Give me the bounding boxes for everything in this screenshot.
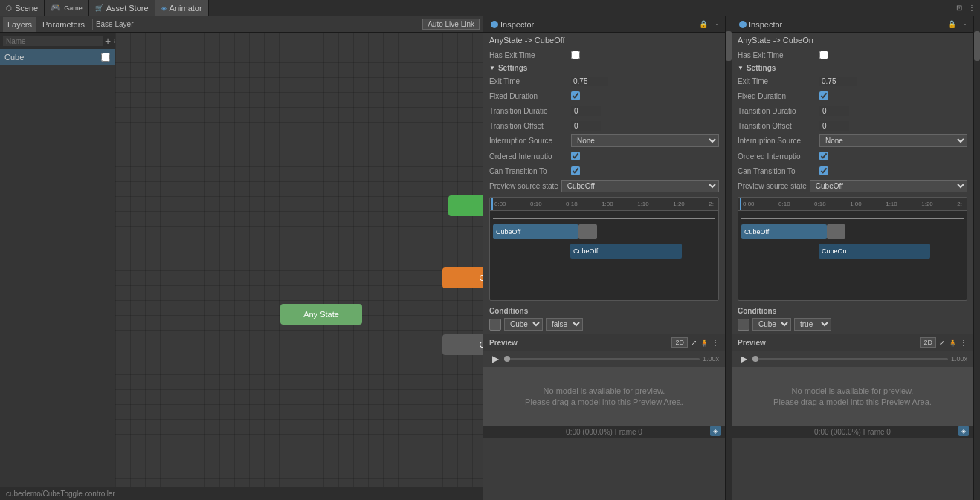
layer-item-cube[interactable]: Cube bbox=[0, 49, 115, 65]
inspector1-condition-minus[interactable]: - bbox=[489, 319, 501, 331]
inspector1-tab[interactable]: Inspector bbox=[486, 16, 538, 33]
inspector1-timeline-ruler: 0:00 0:10 0:18 1:00 1:10 1:20 2: bbox=[490, 198, 718, 211]
auto-live-button[interactable]: Auto Live Link bbox=[422, 19, 480, 30]
main-layout: Layers Parameters Base Layer Auto Live L… bbox=[0, 16, 980, 500]
preview-more-icon[interactable]: ⋮ bbox=[712, 339, 719, 347]
inspector1-playbar[interactable] bbox=[504, 358, 700, 360]
inspector2-trans-offset-input[interactable] bbox=[819, 121, 849, 131]
inspector1-cond-param[interactable]: Cube bbox=[504, 318, 543, 331]
preview2-icon-1[interactable]: ⤢ bbox=[939, 339, 945, 347]
inspector2-playbar[interactable] bbox=[752, 358, 948, 360]
inspector2-fixed-duration-checkbox[interactable] bbox=[819, 91, 828, 100]
preview2-icon-2[interactable]: 🧍 bbox=[948, 339, 957, 347]
inspector2-preview-source-label: Preview source state bbox=[738, 182, 807, 190]
inspector2-exit-time-row: Exit Time bbox=[732, 74, 973, 88]
inspector1-icon bbox=[491, 21, 498, 28]
inspector2-frame-icon[interactable]: ◈ bbox=[958, 426, 969, 436]
scene-icon: ⬡ bbox=[6, 4, 12, 12]
inspector2-preview-header: Preview 2D ⤢ 🧍 ⋮ bbox=[732, 334, 973, 351]
inspector2-conditions-header: Conditions bbox=[738, 307, 967, 315]
inspector1-trans-duration-input[interactable] bbox=[571, 106, 601, 116]
inspector1-exit-time-input[interactable] bbox=[571, 77, 608, 86]
main-tab-bar: ⬡ Scene 🎮 Game 🛒 Asset Store ◈ Animator … bbox=[0, 0, 980, 16]
layer-sidebar: + ≡ Cube bbox=[0, 33, 115, 487]
ruler2-labels: 0:00 0:10 0:18 1:00 1:10 1:20 2: bbox=[741, 201, 964, 207]
inspector1-preview-source-label: Preview source state bbox=[489, 182, 558, 190]
inspector1-exit-time-label: Exit Time bbox=[489, 77, 571, 85]
tab-scene[interactable]: ⬡ Scene bbox=[0, 0, 45, 16]
inspector2-has-exit-time-row: Has Exit Time bbox=[732, 48, 973, 62]
inspector2-condition-row: - Cube true false bbox=[738, 318, 967, 331]
state-node-entry[interactable]: Entry bbox=[448, 195, 483, 216]
inspector2-preview-2d: 2D bbox=[920, 337, 936, 348]
preview-icon-1[interactable]: ⤢ bbox=[691, 339, 697, 347]
inspector2-trans-offset-row: Transition Offset bbox=[732, 118, 973, 133]
inspector2-trans-duration-input[interactable] bbox=[819, 106, 849, 116]
inspector1-title: AnyState -> CubeOff bbox=[483, 33, 725, 48]
inspector1-has-exit-time-checkbox[interactable] bbox=[571, 51, 580, 59]
layer-cube-checkbox[interactable] bbox=[101, 53, 110, 62]
inspector2-play-btn[interactable]: ▶ bbox=[738, 353, 749, 365]
inspector1-timeline: 0:00 0:10 0:18 1:00 1:10 1:20 2: bbox=[489, 197, 719, 301]
inspector2-more-btn[interactable]: ⋮ bbox=[960, 20, 970, 28]
tab-asset-store[interactable]: 🛒 Asset Store bbox=[89, 0, 155, 16]
inspector2-ordered-checkbox[interactable] bbox=[819, 152, 828, 160]
more-btn[interactable]: ⋮ bbox=[967, 4, 977, 12]
tab-game[interactable]: 🎮 Game bbox=[45, 0, 89, 16]
inspector1-fixed-duration-checkbox[interactable] bbox=[571, 91, 580, 100]
inspector1-trans-offset-input[interactable] bbox=[571, 121, 601, 131]
inspector2-controls: 🔒 ⋮ bbox=[946, 20, 970, 28]
animator-content: + ≡ Cube bbox=[0, 33, 483, 487]
inspector1-interruption-dropdown[interactable]: None bbox=[571, 134, 719, 147]
scrollbar-divider bbox=[726, 16, 732, 500]
inspector1-more-btn[interactable]: ⋮ bbox=[712, 20, 722, 28]
minimize-btn[interactable]: ⊡ bbox=[955, 4, 964, 12]
inspector1-can-transition-checkbox[interactable] bbox=[571, 166, 580, 175]
inspector1-preview-source-dropdown[interactable]: CubeOff bbox=[561, 180, 719, 192]
inspector1-can-transition-label: Can Transition To bbox=[489, 167, 571, 175]
inspector1-trans-duration-label: Transition Duratio bbox=[489, 107, 571, 115]
animator-graph[interactable]: Entry Any State CubeOff CubeOn bbox=[115, 33, 483, 487]
inspector2-timeline-tracks: CubeOff CubeOn bbox=[738, 211, 967, 300]
preview2-more-icon[interactable]: ⋮ bbox=[960, 339, 967, 347]
inspector2-preview-icons: ⤢ 🧍 ⋮ bbox=[939, 339, 967, 347]
state-node-anystate[interactable]: Any State bbox=[280, 304, 362, 325]
inspector2-preview-source-dropdown[interactable]: CubeOff bbox=[810, 180, 967, 192]
inspector2-exit-time-input[interactable] bbox=[819, 77, 857, 86]
inspector2-cond-param[interactable]: Cube bbox=[752, 318, 791, 331]
preview-icon-2[interactable]: 🧍 bbox=[700, 339, 709, 347]
inspector2-fixed-duration-label: Fixed Duration bbox=[738, 92, 819, 100]
scrollbar-thumb[interactable] bbox=[726, 31, 732, 61]
inspector1-frame-icon[interactable]: ◈ bbox=[710, 426, 721, 436]
inspector2-cond-operator[interactable]: true false bbox=[794, 318, 831, 331]
layer-cube-label: Cube bbox=[4, 53, 101, 62]
layers-tab[interactable]: Layers bbox=[3, 17, 36, 32]
animator-panel: Layers Parameters Base Layer Auto Live L… bbox=[0, 16, 483, 500]
parameters-tab[interactable]: Parameters bbox=[38, 17, 89, 32]
add-layer-btn[interactable]: + bbox=[103, 35, 112, 47]
inspector2-timeline-ruler: 0:00 0:10 0:18 1:00 1:10 1:20 2: bbox=[738, 198, 967, 211]
inspector2-preview-section: Preview 2D ⤢ 🧍 ⋮ ▶ bbox=[732, 334, 973, 438]
inspector1-lock-btn[interactable]: 🔒 bbox=[697, 20, 709, 28]
inspector2-condition-minus[interactable]: - bbox=[738, 319, 749, 331]
inspector1-cond-operator[interactable]: false true bbox=[546, 318, 583, 331]
inspector1-preview-icons: ⤢ 🧍 ⋮ bbox=[691, 339, 719, 347]
inspector1-preview-header: Preview 2D ⤢ 🧍 ⋮ bbox=[483, 334, 725, 351]
inspector1-play-btn[interactable]: ▶ bbox=[489, 353, 501, 365]
inspector1-ordered-label: Ordered Interruptio bbox=[489, 152, 571, 160]
inspector1-ordered-row: Ordered Interruptio bbox=[483, 149, 725, 163]
inspector2-interruption-dropdown[interactable]: None bbox=[819, 134, 967, 147]
inspector1-interruption-row: Interruption Source None bbox=[483, 133, 725, 149]
settings-triangle-icon: ▼ bbox=[489, 65, 495, 71]
right-scrollbar-thumb[interactable] bbox=[974, 31, 980, 61]
state-node-cubeoff[interactable]: CubeOff bbox=[442, 267, 483, 288]
inspector2-tab[interactable]: Inspector bbox=[735, 16, 787, 33]
inspector2-lock-btn[interactable]: 🔒 bbox=[946, 20, 958, 28]
inspector2-has-exit-time-checkbox[interactable] bbox=[819, 51, 828, 59]
state-node-cubeon[interactable]: CubeOn bbox=[442, 334, 483, 355]
inspector-panel-2: Inspector 🔒 ⋮ AnyState -> CubeOn Has Exi… bbox=[732, 16, 974, 500]
tab-animator[interactable]: ◈ Animator bbox=[155, 0, 209, 16]
layer-search-input[interactable] bbox=[3, 36, 103, 46]
inspector1-ordered-checkbox[interactable] bbox=[571, 152, 580, 160]
inspector2-can-transition-checkbox[interactable] bbox=[819, 166, 828, 175]
